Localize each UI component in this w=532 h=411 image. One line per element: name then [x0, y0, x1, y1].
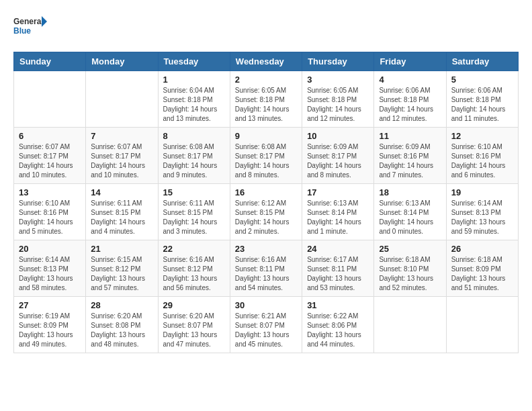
day-number: 18 [379, 187, 441, 197]
day-info: Sunrise: 6:13 AM Sunset: 8:14 PM Dayligh… [307, 199, 369, 236]
day-number: 13 [19, 187, 81, 197]
svg-marker-2 [42, 16, 47, 27]
day-number: 12 [451, 131, 513, 141]
logo-svg: General Blue [13, 13, 47, 42]
calendar-header-row: SundayMondayTuesdayWednesdayThursdayFrid… [14, 52, 519, 71]
calendar-cell: 31Sunrise: 6:22 AM Sunset: 8:06 PM Dayli… [302, 297, 374, 353]
day-number: 31 [307, 300, 369, 310]
day-number: 30 [235, 300, 297, 310]
calendar-cell: 21Sunrise: 6:15 AM Sunset: 8:12 PM Dayli… [86, 240, 158, 297]
weekday-header: Sunday [14, 52, 86, 71]
day-number: 4 [379, 75, 441, 85]
day-info: Sunrise: 6:22 AM Sunset: 8:06 PM Dayligh… [307, 312, 369, 349]
calendar-cell: 14Sunrise: 6:11 AM Sunset: 8:15 PM Dayli… [86, 184, 158, 240]
day-info: Sunrise: 6:17 AM Sunset: 8:11 PM Dayligh… [307, 255, 369, 293]
page-header: General Blue [13, 13, 519, 42]
calendar-cell: 29Sunrise: 6:20 AM Sunset: 8:07 PM Dayli… [158, 297, 230, 353]
day-number: 5 [451, 75, 513, 85]
calendar-cell: 19Sunrise: 6:14 AM Sunset: 8:13 PM Dayli… [446, 184, 518, 240]
calendar-cell: 10Sunrise: 6:09 AM Sunset: 8:17 PM Dayli… [302, 128, 374, 184]
day-number: 29 [163, 300, 225, 310]
calendar-cell: 17Sunrise: 6:13 AM Sunset: 8:14 PM Dayli… [302, 184, 374, 240]
day-info: Sunrise: 6:21 AM Sunset: 8:07 PM Dayligh… [235, 312, 297, 349]
day-number: 23 [235, 244, 297, 254]
day-info: Sunrise: 6:09 AM Sunset: 8:17 PM Dayligh… [307, 142, 369, 180]
day-number: 17 [307, 187, 369, 197]
day-info: Sunrise: 6:20 AM Sunset: 8:07 PM Dayligh… [163, 312, 225, 349]
day-number: 3 [307, 75, 369, 85]
calendar-table: SundayMondayTuesdayWednesdayThursdayFrid… [13, 52, 519, 353]
calendar-cell: 15Sunrise: 6:11 AM Sunset: 8:15 PM Dayli… [158, 184, 230, 240]
calendar-week-row: 20Sunrise: 6:14 AM Sunset: 8:13 PM Dayli… [14, 240, 519, 297]
day-info: Sunrise: 6:18 AM Sunset: 8:10 PM Dayligh… [379, 255, 441, 293]
day-info: Sunrise: 6:05 AM Sunset: 8:18 PM Dayligh… [307, 86, 369, 124]
weekday-header: Thursday [302, 52, 374, 71]
day-info: Sunrise: 6:15 AM Sunset: 8:12 PM Dayligh… [91, 255, 152, 293]
calendar-cell: 4Sunrise: 6:06 AM Sunset: 8:18 PM Daylig… [374, 71, 446, 128]
calendar-cell: 3Sunrise: 6:05 AM Sunset: 8:18 PM Daylig… [302, 71, 374, 128]
day-number: 15 [163, 187, 225, 197]
weekday-header: Wednesday [230, 52, 302, 71]
calendar-cell: 24Sunrise: 6:17 AM Sunset: 8:11 PM Dayli… [302, 240, 374, 297]
day-info: Sunrise: 6:20 AM Sunset: 8:08 PM Dayligh… [91, 312, 152, 349]
weekday-header: Friday [374, 52, 446, 71]
day-info: Sunrise: 6:14 AM Sunset: 8:13 PM Dayligh… [451, 199, 513, 236]
day-number: 8 [163, 131, 225, 141]
day-number: 7 [91, 131, 152, 141]
day-info: Sunrise: 6:11 AM Sunset: 8:15 PM Dayligh… [163, 199, 225, 236]
calendar-week-row: 27Sunrise: 6:19 AM Sunset: 8:09 PM Dayli… [14, 297, 519, 353]
svg-text:General: General [13, 17, 44, 26]
day-number: 9 [235, 131, 297, 141]
calendar-cell: 16Sunrise: 6:12 AM Sunset: 8:15 PM Dayli… [230, 184, 302, 240]
logo: General Blue [13, 13, 47, 42]
day-info: Sunrise: 6:13 AM Sunset: 8:14 PM Dayligh… [379, 199, 441, 236]
calendar-cell: 22Sunrise: 6:16 AM Sunset: 8:12 PM Dayli… [158, 240, 230, 297]
weekday-header: Monday [86, 52, 158, 71]
day-info: Sunrise: 6:19 AM Sunset: 8:09 PM Dayligh… [19, 312, 81, 349]
calendar-cell: 9Sunrise: 6:08 AM Sunset: 8:17 PM Daylig… [230, 128, 302, 184]
calendar-cell: 30Sunrise: 6:21 AM Sunset: 8:07 PM Dayli… [230, 297, 302, 353]
day-info: Sunrise: 6:10 AM Sunset: 8:16 PM Dayligh… [19, 199, 81, 236]
day-number: 25 [379, 244, 441, 254]
day-number: 16 [235, 187, 297, 197]
day-info: Sunrise: 6:08 AM Sunset: 8:17 PM Dayligh… [235, 142, 297, 180]
calendar-cell: 23Sunrise: 6:16 AM Sunset: 8:11 PM Dayli… [230, 240, 302, 297]
day-info: Sunrise: 6:06 AM Sunset: 8:18 PM Dayligh… [451, 86, 513, 124]
svg-text:Blue: Blue [13, 26, 31, 36]
calendar-week-row: 6Sunrise: 6:07 AM Sunset: 8:17 PM Daylig… [14, 128, 519, 184]
calendar-cell: 25Sunrise: 6:18 AM Sunset: 8:10 PM Dayli… [374, 240, 446, 297]
calendar-cell: 13Sunrise: 6:10 AM Sunset: 8:16 PM Dayli… [14, 184, 86, 240]
day-number: 11 [379, 131, 441, 141]
day-info: Sunrise: 6:18 AM Sunset: 8:09 PM Dayligh… [451, 255, 513, 293]
day-number: 19 [451, 187, 513, 197]
day-number: 26 [451, 244, 513, 254]
calendar-cell: 27Sunrise: 6:19 AM Sunset: 8:09 PM Dayli… [14, 297, 86, 353]
calendar-cell [374, 297, 446, 353]
calendar-cell: 18Sunrise: 6:13 AM Sunset: 8:14 PM Dayli… [374, 184, 446, 240]
calendar-cell: 11Sunrise: 6:09 AM Sunset: 8:16 PM Dayli… [374, 128, 446, 184]
day-number: 27 [19, 300, 81, 310]
calendar-cell [86, 71, 158, 128]
calendar-cell: 20Sunrise: 6:14 AM Sunset: 8:13 PM Dayli… [14, 240, 86, 297]
day-info: Sunrise: 6:09 AM Sunset: 8:16 PM Dayligh… [379, 142, 441, 180]
calendar-cell: 1Sunrise: 6:04 AM Sunset: 8:18 PM Daylig… [158, 71, 230, 128]
day-info: Sunrise: 6:04 AM Sunset: 8:18 PM Dayligh… [163, 86, 225, 124]
day-info: Sunrise: 6:08 AM Sunset: 8:17 PM Dayligh… [163, 142, 225, 180]
day-number: 22 [163, 244, 225, 254]
calendar-week-row: 13Sunrise: 6:10 AM Sunset: 8:16 PM Dayli… [14, 184, 519, 240]
day-info: Sunrise: 6:12 AM Sunset: 8:15 PM Dayligh… [235, 199, 297, 236]
day-number: 28 [91, 300, 152, 310]
day-number: 24 [307, 244, 369, 254]
calendar-week-row: 1Sunrise: 6:04 AM Sunset: 8:18 PM Daylig… [14, 71, 519, 128]
day-number: 1 [163, 75, 225, 85]
day-info: Sunrise: 6:07 AM Sunset: 8:17 PM Dayligh… [91, 142, 152, 180]
day-info: Sunrise: 6:16 AM Sunset: 8:11 PM Dayligh… [235, 255, 297, 293]
day-info: Sunrise: 6:05 AM Sunset: 8:18 PM Dayligh… [235, 86, 297, 124]
calendar-cell: 28Sunrise: 6:20 AM Sunset: 8:08 PM Dayli… [86, 297, 158, 353]
day-info: Sunrise: 6:06 AM Sunset: 8:18 PM Dayligh… [379, 86, 441, 124]
calendar-cell: 5Sunrise: 6:06 AM Sunset: 8:18 PM Daylig… [446, 71, 518, 128]
weekday-header: Tuesday [158, 52, 230, 71]
calendar-cell: 26Sunrise: 6:18 AM Sunset: 8:09 PM Dayli… [446, 240, 518, 297]
calendar-cell [446, 297, 518, 353]
calendar-cell: 6Sunrise: 6:07 AM Sunset: 8:17 PM Daylig… [14, 128, 86, 184]
